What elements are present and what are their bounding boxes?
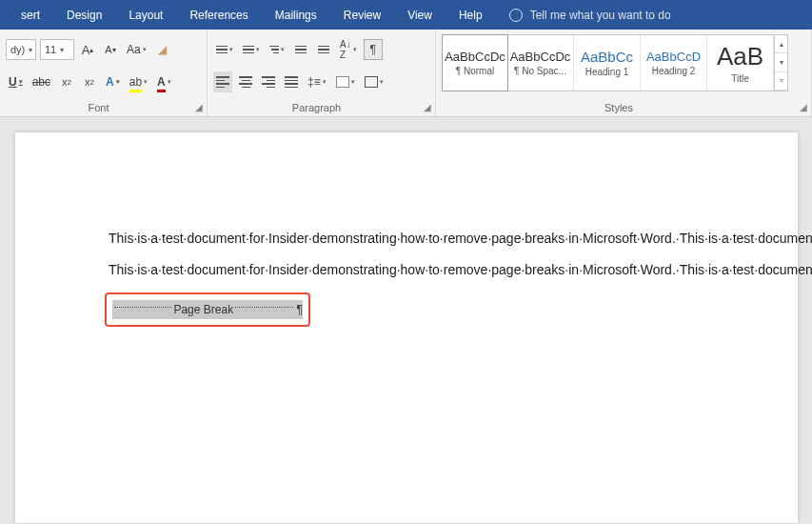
menu-references[interactable]: References xyxy=(176,1,261,30)
style-name: Title xyxy=(731,73,749,84)
page-break-marker[interactable]: Page Break ¶ xyxy=(112,300,303,319)
page-break-label: Page Break xyxy=(173,302,233,317)
paragraph-dialog-launcher[interactable]: ◢ xyxy=(422,102,433,113)
numbering-button[interactable] xyxy=(240,39,263,60)
decrease-indent-button[interactable] xyxy=(291,39,310,60)
font-group: dy)▾ 11▾ A▴ A▾ Aa ◢ U abc x2 x2 A ab A F… xyxy=(0,30,208,116)
change-case-button[interactable]: Aa xyxy=(124,39,149,60)
subscript-button[interactable]: x2 xyxy=(57,71,76,92)
gallery-down-button[interactable]: ▾ xyxy=(775,53,787,71)
shrink-font-button[interactable]: A▾ xyxy=(101,39,120,60)
style-title[interactable]: AaB Title xyxy=(707,35,774,91)
line-spacing-button[interactable]: ‡≡ xyxy=(305,71,329,92)
menu-view[interactable]: View xyxy=(394,1,446,30)
font-name-value: dy) xyxy=(10,44,25,55)
paragraph-1[interactable]: This·is·a·test·document·for·Insider·demo… xyxy=(109,230,763,248)
styles-group-label: Styles xyxy=(436,102,802,113)
ribbon: dy)▾ 11▾ A▴ A▾ Aa ◢ U abc x2 x2 A ab A F… xyxy=(0,30,812,117)
superscript-button[interactable]: x2 xyxy=(80,71,99,92)
gallery-up-button[interactable]: ▴ xyxy=(775,35,787,53)
style-preview: AaB xyxy=(717,42,763,71)
font-dialog-launcher[interactable]: ◢ xyxy=(193,102,205,113)
style-preview: AaBbCcDc xyxy=(445,50,505,64)
show-hide-button[interactable]: ¶ xyxy=(364,39,383,60)
justify-button[interactable] xyxy=(282,71,301,92)
style-name: ¶ No Spac... xyxy=(514,66,566,76)
underline-button[interactable]: U xyxy=(6,71,26,92)
align-center-button[interactable] xyxy=(236,71,255,92)
styles-group: AaBbCcDc ¶ Normal AaBbCcDc ¶ No Spac... … xyxy=(436,30,812,116)
multilevel-button[interactable] xyxy=(267,39,287,60)
font-color-button[interactable]: A xyxy=(154,71,174,92)
shading-button[interactable] xyxy=(333,71,358,92)
lightbulb-icon xyxy=(509,9,523,22)
menu-insert[interactable]: sert xyxy=(8,1,53,30)
style-preview: AaBbCcDc xyxy=(510,50,571,64)
style-no-spacing[interactable]: AaBbCcDc ¶ No Spac... xyxy=(507,35,574,91)
strikethrough-button[interactable]: abc xyxy=(30,71,53,92)
text-effects-button[interactable]: A xyxy=(103,71,123,92)
grow-font-button[interactable]: A▴ xyxy=(78,39,97,60)
font-name-combo[interactable]: dy)▾ xyxy=(6,39,36,60)
page-break-dots-right xyxy=(235,307,292,308)
style-preview: AaBbCcD xyxy=(646,50,701,64)
style-heading-2[interactable]: AaBbCcD Heading 2 xyxy=(641,35,707,91)
style-normal[interactable]: AaBbCcDc ¶ Normal xyxy=(442,34,508,91)
page[interactable]: This·is·a·test·document·for·Insider·demo… xyxy=(15,132,798,523)
styles-gallery-scroll: ▴ ▾ ▿ xyxy=(774,35,787,91)
bullets-button[interactable] xyxy=(213,39,236,60)
style-heading-1[interactable]: AaBbCc Heading 1 xyxy=(574,35,641,91)
style-name: Heading 2 xyxy=(652,66,696,76)
sort-button[interactable]: A↓Z xyxy=(337,39,360,60)
borders-button[interactable] xyxy=(362,71,386,92)
paragraph-2[interactable]: This·is·a·test·document·for·Insider·demo… xyxy=(109,261,763,279)
paragraph-group-label: Paragraph xyxy=(208,102,426,113)
font-size-value: 11 xyxy=(45,44,56,55)
pilcrow-icon: ¶ xyxy=(297,302,303,317)
increase-indent-button[interactable] xyxy=(314,39,333,60)
tell-me-label: Tell me what you want to do xyxy=(530,9,671,22)
menu-review[interactable]: Review xyxy=(330,1,394,30)
document-area: This·is·a·test·document·for·Insider·demo… xyxy=(0,117,812,524)
align-left-button[interactable] xyxy=(213,71,232,92)
paragraph-group: A↓Z ¶ ‡≡ Paragraph ◢ xyxy=(208,30,436,116)
highlight-button[interactable]: ab xyxy=(127,71,150,92)
gallery-more-button[interactable]: ▿ xyxy=(775,72,787,91)
align-right-button[interactable] xyxy=(259,71,278,92)
menu-layout[interactable]: Layout xyxy=(115,1,176,30)
page-break-highlight: Page Break ¶ xyxy=(105,292,310,327)
styles-gallery: AaBbCcDc ¶ Normal AaBbCcDc ¶ No Spac... … xyxy=(442,34,788,91)
page-break-dots-left xyxy=(114,307,171,308)
menu-help[interactable]: Help xyxy=(446,1,496,30)
style-name: Heading 1 xyxy=(585,67,629,77)
menu-mailings[interactable]: Mailings xyxy=(262,1,330,30)
menu-design[interactable]: Design xyxy=(53,1,115,30)
font-size-combo[interactable]: 11▾ xyxy=(40,39,74,60)
style-name: ¶ Normal xyxy=(456,66,494,76)
clear-formatting-button[interactable]: ◢ xyxy=(153,39,172,60)
menu-bar: sert Design Layout References Mailings R… xyxy=(0,0,812,30)
font-group-label: Font xyxy=(0,102,197,113)
styles-dialog-launcher[interactable]: ◢ xyxy=(798,102,809,113)
tell-me-search[interactable]: Tell me what you want to do xyxy=(496,9,671,22)
style-preview: AaBbCc xyxy=(581,49,633,65)
